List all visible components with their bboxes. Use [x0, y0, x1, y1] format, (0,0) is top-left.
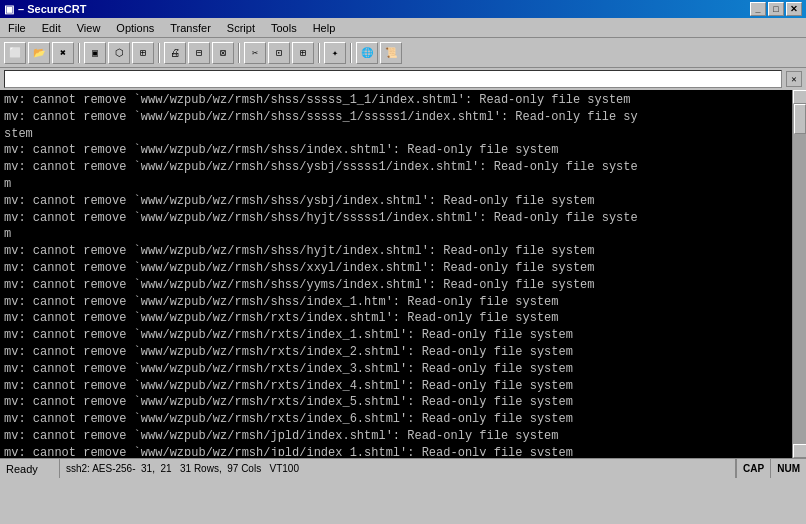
terminal-line: mv: cannot remove `www/wzpub/wz/rmsh/rxt… — [4, 361, 786, 378]
scroll-up-btn[interactable]: ▲ — [793, 90, 807, 104]
title-bar: ▣ – SecureCRT _ □ ✕ — [0, 0, 806, 18]
menu-options[interactable]: Options — [108, 20, 162, 36]
terminal-window[interactable]: mv: cannot remove `www/wzpub/wz/rmsh/shs… — [0, 90, 806, 458]
menu-bar: File Edit View Options Transfer Script T… — [0, 18, 806, 38]
status-ready: Ready — [0, 459, 60, 478]
terminal-content: mv: cannot remove `www/wzpub/wz/rmsh/shs… — [4, 92, 802, 456]
toolbar-btn-9[interactable]: ⊞ — [292, 42, 314, 64]
app-icon: ▣ — [4, 3, 14, 16]
terminal-line: mv: cannot remove `www/wzpub/wz/rmsh/shs… — [4, 92, 786, 109]
toolbar-btn-4[interactable]: 🖨 — [164, 42, 186, 64]
terminal-line: m — [4, 226, 786, 243]
toolbar-btn-1[interactable]: ▣ — [84, 42, 106, 64]
menu-script[interactable]: Script — [219, 20, 263, 36]
scroll-track — [793, 104, 807, 444]
terminal-line: mv: cannot remove `www/wzpub/wz/rmsh/jpl… — [4, 428, 786, 445]
address-input[interactable] — [4, 70, 782, 88]
window-title: – SecureCRT — [18, 3, 86, 15]
status-cap: CAP — [736, 459, 770, 478]
toolbar-btn-10[interactable]: ✦ — [324, 42, 346, 64]
terminal-line: mv: cannot remove `www/wzpub/wz/rmsh/rxt… — [4, 327, 786, 344]
terminal-line: mv: cannot remove `www/wzpub/wz/rmsh/shs… — [4, 243, 786, 260]
toolbar-new-btn[interactable]: ⬜ — [4, 42, 26, 64]
toolbar-sep-2 — [158, 43, 160, 63]
status-num: NUM — [770, 459, 806, 478]
scroll-down-btn[interactable]: ▼ — [793, 444, 807, 458]
terminal-line: mv: cannot remove `www/wzpub/wz/rmsh/rxt… — [4, 310, 786, 327]
toolbar-sep-3 — [238, 43, 240, 63]
minimize-button[interactable]: _ — [750, 2, 766, 16]
menu-transfer[interactable]: Transfer — [162, 20, 219, 36]
terminal-line: mv: cannot remove `www/wzpub/wz/rmsh/shs… — [4, 193, 786, 210]
terminal-line: mv: cannot remove `www/wzpub/wz/rmsh/shs… — [4, 294, 786, 311]
status-connection: ssh2: AES-256- 31, 21 31 Rows, 97 Cols V… — [60, 459, 736, 478]
title-bar-controls: _ □ ✕ — [750, 2, 802, 16]
terminal-line: mv: cannot remove `www/wzpub/wz/rmsh/shs… — [4, 109, 786, 126]
menu-file[interactable]: File — [0, 20, 34, 36]
toolbar-btn-7[interactable]: ✂ — [244, 42, 266, 64]
terminal-line: mv: cannot remove `www/wzpub/wz/rmsh/jpl… — [4, 445, 786, 456]
toolbar-btn-6[interactable]: ⊠ — [212, 42, 234, 64]
toolbar-btn-3[interactable]: ⊞ — [132, 42, 154, 64]
status-bar: Ready ssh2: AES-256- 31, 21 31 Rows, 97 … — [0, 458, 806, 478]
toolbar-sep-5 — [350, 43, 352, 63]
toolbar-btn-5[interactable]: ⊟ — [188, 42, 210, 64]
terminal-scrollbar[interactable]: ▲ ▼ — [792, 90, 806, 458]
terminal-line: m — [4, 176, 786, 193]
terminal-line: mv: cannot remove `www/wzpub/wz/rmsh/shs… — [4, 159, 786, 176]
toolbar-sep-1 — [78, 43, 80, 63]
toolbar-open-btn[interactable]: 📂 — [28, 42, 50, 64]
terminal-line: mv: cannot remove `www/wzpub/wz/rmsh/rxt… — [4, 411, 786, 428]
address-close-btn[interactable]: ✕ — [786, 71, 802, 87]
menu-edit[interactable]: Edit — [34, 20, 69, 36]
close-button[interactable]: ✕ — [786, 2, 802, 16]
toolbar: ⬜ 📂 ✖ ▣ ⬡ ⊞ 🖨 ⊟ ⊠ ✂ ⊡ ⊞ ✦ 🌐 📜 — [0, 38, 806, 68]
terminal-line: mv: cannot remove `www/wzpub/wz/rmsh/shs… — [4, 142, 786, 159]
terminal-line: mv: cannot remove `www/wzpub/wz/rmsh/shs… — [4, 277, 786, 294]
terminal-line: mv: cannot remove `www/wzpub/wz/rmsh/rxt… — [4, 394, 786, 411]
scroll-thumb[interactable] — [794, 104, 806, 134]
menu-view[interactable]: View — [69, 20, 109, 36]
terminal-line: mv: cannot remove `www/wzpub/wz/rmsh/rxt… — [4, 344, 786, 361]
terminal-line: mv: cannot remove `www/wzpub/wz/rmsh/shs… — [4, 210, 786, 227]
toolbar-btn-2[interactable]: ⬡ — [108, 42, 130, 64]
terminal-line: mv: cannot remove `www/wzpub/wz/rmsh/shs… — [4, 260, 786, 277]
address-bar: ✕ — [0, 68, 806, 90]
toolbar-btn-8[interactable]: ⊡ — [268, 42, 290, 64]
connection-info: ssh2: AES-256- 31, 21 31 Rows, 97 Cols V… — [66, 463, 299, 474]
toolbar-globe-btn[interactable]: 🌐 — [356, 42, 378, 64]
terminal-line: stem — [4, 126, 786, 143]
menu-tools[interactable]: Tools — [263, 20, 305, 36]
toolbar-btn-11[interactable]: 📜 — [380, 42, 402, 64]
toolbar-sep-4 — [318, 43, 320, 63]
maximize-button[interactable]: □ — [768, 2, 784, 16]
terminal-line: mv: cannot remove `www/wzpub/wz/rmsh/rxt… — [4, 378, 786, 395]
title-bar-left: ▣ – SecureCRT — [4, 3, 86, 16]
toolbar-close-btn[interactable]: ✖ — [52, 42, 74, 64]
menu-help[interactable]: Help — [305, 20, 344, 36]
